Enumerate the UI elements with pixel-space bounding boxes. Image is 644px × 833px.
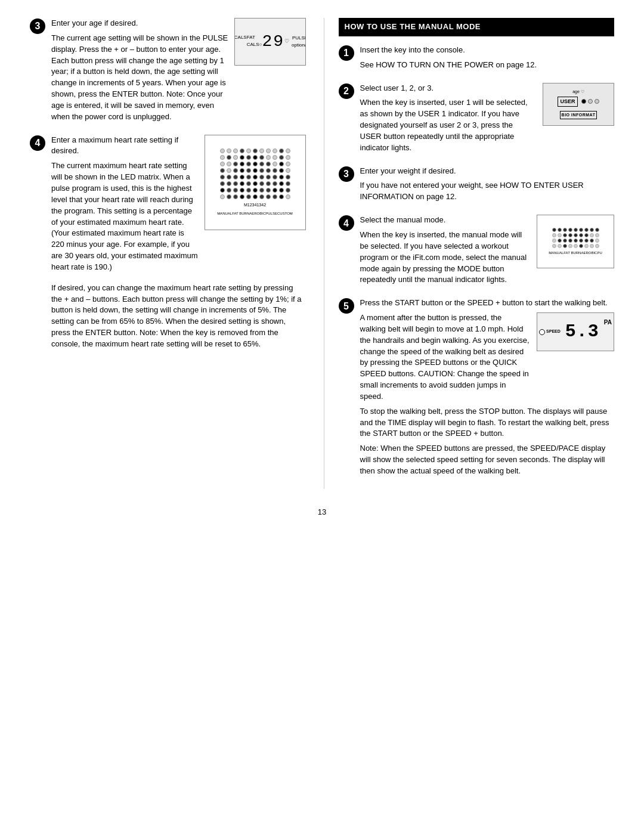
led-manual-label: MANUAL	[217, 211, 232, 216]
right-step5-para3: Note: When the SPEED buttons are pressed…	[360, 443, 615, 477]
heart-icon: ♡	[284, 38, 289, 45]
step4-heading: Enter a maximum heart rate setting if de…	[51, 135, 199, 157]
led-label-2b: 2	[264, 202, 266, 208]
right-step-2: 2 Select user 1, 2, or 3. When the key i…	[339, 83, 615, 157]
right-step-5: 5 Press the START button or the SPEED + …	[339, 298, 615, 481]
cals-label: ○CALS	[234, 34, 247, 48]
mode-fatburn: FAT BURN	[564, 250, 581, 256]
led-matrix-diagram: M 1 2 3 4 1 3 4 2 MANUAL FAT BURN	[205, 135, 306, 230]
right-step-3-number: 3	[339, 166, 354, 182]
right-step1-heading: Insert the key into the console.	[360, 45, 615, 56]
right-step-5-number: 5	[339, 298, 354, 314]
step3-para1: The current age setting will be shown in…	[51, 33, 228, 123]
right-step2-para: When the key is inserted, user 1 will be…	[360, 97, 536, 153]
right-step-4-number: 4	[339, 215, 354, 231]
led-aerobic-label: AEROBIC	[249, 211, 265, 216]
user-dot-3	[595, 99, 599, 104]
step4-para2: If desired, you can change the maximum h…	[51, 283, 306, 350]
right-step4-para1: When the key is inserted, the manual mod…	[360, 230, 530, 286]
speed-unit: PA	[604, 318, 612, 327]
led-custom-label: CUSTOM	[277, 211, 293, 216]
bio-label: BIO INFORMAT	[560, 111, 597, 119]
right-step5-para2: To stop the walking belt, press the STOP…	[360, 406, 615, 440]
left-step-3: 3 Enter your age if desired. The current…	[30, 18, 306, 126]
fatcals-label: FAT CALS○	[247, 34, 262, 48]
section-heading: HOW TO USE THE MANUAL MODE	[339, 18, 615, 36]
pulse-label: PULSE optional	[292, 35, 305, 48]
right-step-1-number: 1	[339, 45, 354, 61]
step-4-number: 4	[30, 135, 45, 151]
mode-pu: PU	[597, 250, 602, 256]
right-step1-subtext: See HOW TO TURN ON THE POWER on page 12.	[360, 60, 615, 71]
right-step-3: 3 Enter your weight if desired. If you h…	[339, 166, 615, 207]
speed-label: SPEED	[546, 329, 561, 335]
right-step3-heading: Enter your weight if desired.	[360, 166, 615, 177]
user-dot-2	[588, 99, 593, 104]
mode-manual: MANUAL	[549, 250, 564, 256]
led-fatburn-label: FAT BURN	[232, 211, 249, 216]
page-layout: 3 Enter your age if desired. The current…	[30, 18, 614, 489]
speed-circle-icon	[539, 329, 545, 335]
right-step4-heading: Select the manual mode.	[360, 215, 530, 226]
right-step-1: 1 Insert the key into the console. See H…	[339, 45, 615, 75]
mode-aerobic: AEROBIC	[581, 250, 597, 256]
step4-para1: The current maximum heart rate setting w…	[51, 160, 199, 272]
age-pulse-diagram: ○CALS FAT CALS○ 29 ♡ PULSE optional	[234, 18, 306, 66]
right-step3-para: If you have not entered your weight, see…	[360, 180, 615, 203]
mode-matrix-diagram: MANUAL FAT BURN AEROBIC PU	[537, 215, 614, 268]
led-pulse-label: PULSE	[265, 211, 277, 216]
right-step2-heading: Select user 1, 2, or 3.	[360, 83, 536, 94]
right-step-4: 4 Select the manual mode. When the key i…	[339, 215, 615, 289]
speed-display-diagram: SPEED 5.3 PA	[537, 312, 614, 351]
page-number: 13	[30, 507, 614, 518]
age-display: 29	[262, 30, 284, 54]
user-panel-diagram: age ♡ USER BIO INFORMAT	[543, 83, 614, 126]
right-step-2-number: 2	[339, 83, 354, 99]
step3-heading: Enter your age if desired.	[51, 18, 228, 29]
right-column: HOW TO USE THE MANUAL MODE 1 Insert the …	[324, 18, 615, 489]
right-step5-heading: Press the START button or the SPEED + bu…	[360, 298, 615, 309]
left-column: 3 Enter your age if desired. The current…	[30, 18, 306, 489]
user-dot-1	[581, 99, 586, 104]
right-step5-para1: A moment after the button is pressed, th…	[360, 312, 530, 402]
speed-value: 5.3	[565, 319, 599, 345]
left-step-4: 4 Enter a maximum heart rate setting if …	[30, 135, 306, 354]
user-label: USER	[558, 97, 577, 107]
step-3-number: 3	[30, 18, 45, 34]
